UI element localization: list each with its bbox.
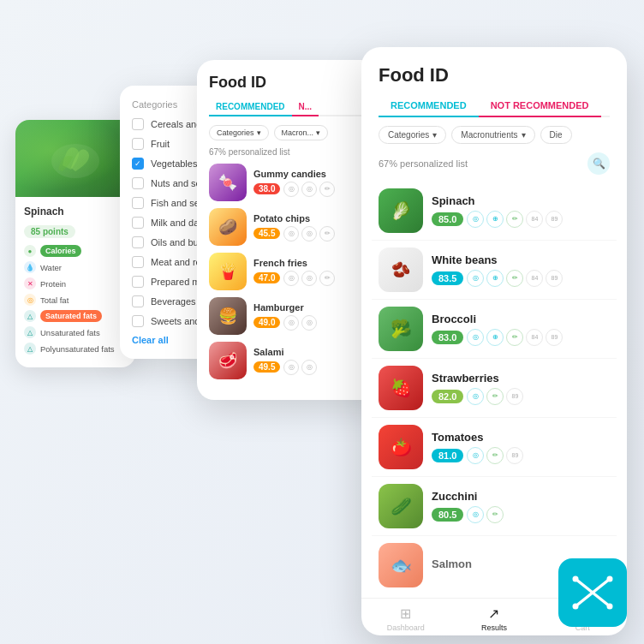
action-track[interactable]: ⊕ <box>486 211 504 228</box>
svg-point-0 <box>51 144 99 178</box>
checkbox-vegetables[interactable]: ✓ <box>132 158 144 170</box>
action-icon[interactable]: ◎ <box>301 182 317 197</box>
checkbox-dairy[interactable] <box>132 217 144 229</box>
action-details[interactable]: ◎ <box>467 506 484 523</box>
thumb-spinach: 🥬 <box>379 188 423 233</box>
nutrition-card: Spinach 85 points ● Calories 💧 Water ✕ P… <box>15 120 135 367</box>
checkbox-sweets[interactable] <box>132 315 144 327</box>
checkbox-fruit[interactable] <box>132 138 144 150</box>
checkbox-nuts[interactable] <box>132 177 144 189</box>
unsatfat-icon: △ <box>24 326 36 338</box>
food-item-gummy: 🍬 Gummy candies 38.0 ◎◎✏ <box>209 164 382 201</box>
checkbox-beverages[interactable] <box>132 295 144 307</box>
action-extra[interactable]: 89 <box>546 270 563 287</box>
action-edit[interactable]: ✏ <box>506 270 523 287</box>
action-track[interactable]: ⊕ <box>486 329 504 346</box>
action-icon[interactable]: ◎ <box>283 226 299 242</box>
food-title: Spinach <box>24 206 127 218</box>
main-filter-macronutrients[interactable]: Macronutrients ▾ <box>451 126 534 144</box>
action-label[interactable]: 84 <box>526 329 543 346</box>
checkbox-oils[interactable] <box>132 236 144 248</box>
action-extra[interactable]: 89 <box>506 388 523 405</box>
action-icon[interactable]: ✏ <box>319 182 335 197</box>
foodid-main-panel: Food ID RECOMMENDED NOT RECOMMENDED Cate… <box>361 47 627 635</box>
nutrient-water: 💧 Water <box>24 261 127 273</box>
food-item-chips: 🥔 Potato chips 45.5 ◎◎✏ <box>209 208 382 246</box>
action-label[interactable]: 84 <box>526 270 543 287</box>
fat-icon: ◎ <box>24 294 36 306</box>
action-edit[interactable]: ✏ <box>506 329 523 346</box>
action-extra[interactable]: 89 <box>546 329 563 346</box>
action-icon[interactable]: ✏ <box>319 271 335 286</box>
foodid-back-title: Food ID <box>209 74 382 92</box>
action-track[interactable]: ⊕ <box>486 270 504 287</box>
filter-macronutrients[interactable]: Macron... ▾ <box>274 125 329 140</box>
checkbox-prepared[interactable] <box>132 276 144 288</box>
main-filter-categories[interactable]: Categories ▾ <box>379 126 446 144</box>
action-details[interactable]: ◎ <box>467 211 484 228</box>
main-personalized: 67% personalized list 🔍 <box>361 152 627 182</box>
action-icon[interactable]: ◎ <box>283 360 299 375</box>
nav-dashboard[interactable]: ⊞ Dashboard <box>361 605 450 632</box>
nutrient-satfat: △ Saturated fats <box>24 310 127 322</box>
brand-logo <box>570 575 615 610</box>
action-icon[interactable]: ◎ <box>301 315 317 331</box>
protein-icon: ✕ <box>24 277 36 289</box>
thumb-strawberries: 🍓 <box>379 366 423 410</box>
action-icon[interactable]: ◎ <box>283 315 299 331</box>
action-icon[interactable]: ◎ <box>283 271 299 286</box>
thumb-zucchini: 🥒 <box>379 484 423 528</box>
tab-back-recommended[interactable]: RECOMMENDED <box>209 98 292 116</box>
calories-icon: ● <box>24 245 36 257</box>
thumb-broccoli: 🥦 <box>379 307 423 351</box>
checkbox-cereals[interactable] <box>132 118 144 130</box>
main-filter-diet[interactable]: Die <box>540 126 572 144</box>
food-image <box>15 120 135 197</box>
action-extra[interactable]: 89 <box>506 447 523 464</box>
water-icon: 💧 <box>24 261 36 273</box>
action-icon[interactable]: ◎ <box>301 226 317 242</box>
action-edit[interactable]: ✏ <box>486 447 504 464</box>
action-icon[interactable]: ✏ <box>319 226 335 242</box>
action-icon[interactable]: ◎ <box>283 182 299 197</box>
nutrient-unsatfat: △ Unsaturated fats <box>24 326 127 338</box>
checkbox-meat[interactable] <box>132 256 144 268</box>
filter-categories[interactable]: Categories ▾ <box>209 125 269 140</box>
thumb-whitebeans: 🫘 <box>379 247 423 292</box>
action-icon[interactable]: ◎ <box>301 360 317 375</box>
food-item-fries: 🍟 French fries 47.0 ◎◎✏ <box>209 253 382 290</box>
nutrient-totalfat: ◎ Total fat <box>24 294 127 306</box>
action-details[interactable]: ◎ <box>467 447 484 464</box>
thumb-tomatoes: 🍅 <box>379 425 423 469</box>
search-button[interactable]: 🔍 <box>587 152 610 175</box>
action-details[interactable]: ◎ <box>467 329 484 346</box>
personalized-back: 67% personalized list <box>209 147 382 157</box>
polyfat-icon: △ <box>24 343 36 355</box>
dashboard-icon: ⊞ <box>400 605 411 622</box>
main-food-item-whitebeans: 🫘 White beans 83.5 ◎ ⊕ ✏ 84 89 <box>372 241 617 300</box>
action-extra[interactable]: 89 <box>546 211 563 228</box>
foodid-main-title: Food ID <box>379 64 610 86</box>
action-details[interactable]: ◎ <box>467 388 484 405</box>
tabs-back: RECOMMENDED N... <box>209 98 382 116</box>
food-item-burger: 🍔 Hamburger 49.0 ◎◎ <box>209 297 382 335</box>
action-details[interactable]: ◎ <box>467 270 484 287</box>
food-item-salami: 🥩 Salami 49.5 ◎◎ <box>209 342 382 379</box>
svg-point-3 <box>573 604 579 610</box>
action-edit[interactable]: ✏ <box>486 506 504 523</box>
action-icon[interactable]: ◎ <box>301 271 317 286</box>
tab-main-recommended[interactable]: RECOMMENDED <box>379 95 479 117</box>
action-edit[interactable]: ✏ <box>506 211 523 228</box>
tab-back-notrecommended[interactable]: N... <box>292 98 319 116</box>
food-thumb-burger: 🍔 <box>209 297 247 335</box>
food-thumb-salami: 🥩 <box>209 342 247 379</box>
satfat-icon: △ <box>24 310 36 322</box>
checkbox-fish[interactable] <box>132 197 144 209</box>
food-thumb-fries: 🍟 <box>209 253 247 290</box>
food-thumb-gummy: 🍬 <box>209 164 247 201</box>
tab-main-notrecommended[interactable]: NOT RECOMMENDED <box>479 95 601 117</box>
action-label[interactable]: 84 <box>526 211 543 228</box>
action-edit[interactable]: ✏ <box>486 388 504 405</box>
nav-results[interactable]: ↗ Results <box>450 605 538 632</box>
svg-point-2 <box>607 576 613 582</box>
